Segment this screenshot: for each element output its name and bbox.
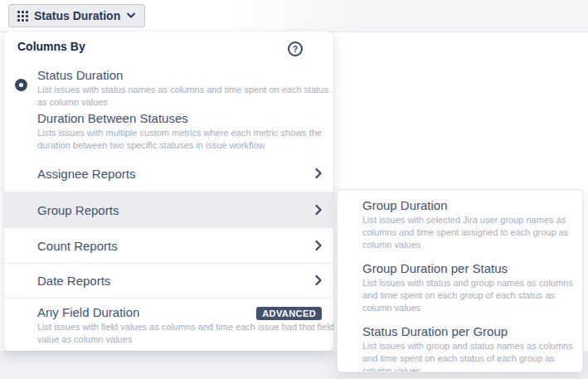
submenu-item-description: List issues with group and status names …: [362, 340, 572, 372]
option-status-duration[interactable]: Status Duration List issues with status …: [4, 68, 333, 109]
dropdown-button-label: Status Duration: [34, 9, 120, 22]
submenu-item-status-duration-per-group[interactable]: Status Duration per Group List issues wi…: [362, 324, 572, 372]
submenu-item-description: List issues with status and group names …: [362, 277, 572, 314]
report-menu-list: Assignee Reports Group Reports Count Rep…: [4, 156, 333, 299]
panel-heading: Columns By: [17, 40, 85, 53]
option-description: List issues with status names as columns…: [37, 84, 304, 109]
chevron-right-icon: [315, 203, 322, 217]
menu-item-label: Group Reports: [37, 203, 119, 217]
option-description: List issues with field values as columns…: [37, 321, 322, 346]
submenu-item-title: Group Duration per Status: [362, 261, 572, 275]
menu-item-date-reports[interactable]: Date Reports: [4, 263, 333, 299]
chevron-right-icon: [315, 239, 322, 253]
option-description: Lists issues with multiple custom metric…: [37, 127, 304, 152]
submenu-item-title: Status Duration per Group: [362, 324, 572, 338]
option-title: Duration Between Statuses: [37, 111, 304, 125]
help-icon[interactable]: ?: [288, 41, 303, 56]
menu-item-count-reports[interactable]: Count Reports: [4, 227, 333, 263]
menu-item-assignee-reports[interactable]: Assignee Reports: [4, 156, 333, 192]
option-title: Status Duration: [37, 68, 304, 82]
submenu-item-group-duration-per-status[interactable]: Group Duration per Status List issues wi…: [362, 261, 572, 314]
option-duration-between-statuses[interactable]: Duration Between Statuses Lists issues w…: [4, 111, 333, 152]
chevron-down-icon: [126, 12, 136, 19]
group-reports-submenu-panel: Group Duration List issues with selected…: [337, 189, 583, 372]
option-any-field-duration[interactable]: Any Field Duration ADVANCED List issues …: [4, 305, 333, 346]
chevron-right-icon: [315, 167, 322, 181]
menu-item-label: Date Reports: [37, 274, 110, 288]
chevron-right-icon: [315, 274, 322, 288]
submenu-item-group-duration[interactable]: Group Duration List issues with selected…: [362, 198, 572, 251]
submenu-item-title: Group Duration: [362, 198, 572, 212]
grid-icon: [17, 11, 28, 22]
radio-selected-icon[interactable]: [15, 79, 27, 91]
status-duration-dropdown-button[interactable]: Status Duration: [8, 4, 145, 27]
submenu-item-description: List issues with selected Jira user grou…: [362, 214, 572, 251]
menu-item-label: Assignee Reports: [37, 167, 135, 181]
menu-item-group-reports[interactable]: Group Reports: [4, 192, 333, 227]
advanced-badge: ADVANCED: [256, 307, 322, 320]
columns-by-dropdown-panel: Columns By ? Status Duration List issues…: [4, 32, 333, 351]
menu-item-label: Count Reports: [37, 239, 118, 253]
